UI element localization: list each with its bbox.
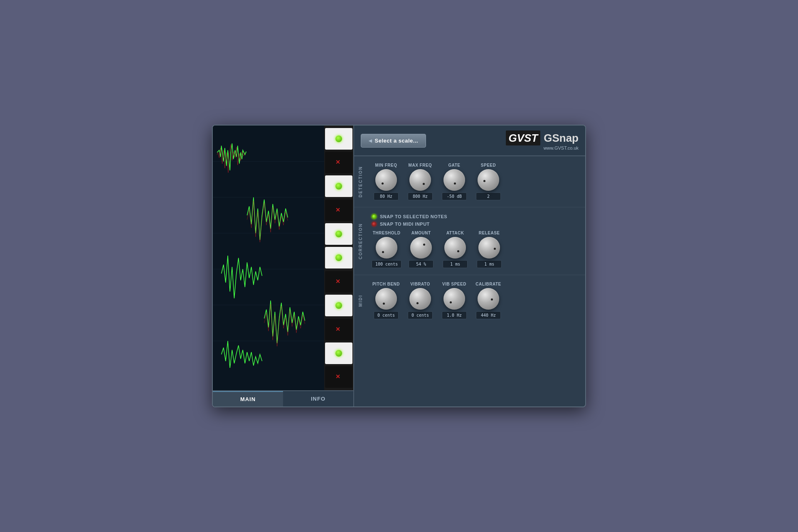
snap-options: Snap to selected notes Snap to midi inpu… bbox=[372, 214, 580, 227]
piano-key-5[interactable] bbox=[325, 247, 352, 268]
midi-section: Midi Pitch Bend 0 cents Vibr bbox=[354, 275, 585, 326]
key-led-6: ✕ bbox=[335, 278, 342, 285]
key-led-3: ✕ bbox=[335, 207, 342, 214]
right-panel: Select a scale... GVST GSnap www.GVST.co… bbox=[354, 126, 585, 406]
detection-content: Min Freq 80 Hz Max Freq bbox=[367, 160, 585, 203]
min-freq-value: 80 Hz bbox=[374, 192, 399, 200]
key-led-4 bbox=[335, 231, 342, 237]
key-led-2 bbox=[335, 183, 342, 190]
piano-key-6[interactable]: ✕ bbox=[325, 271, 352, 293]
tab-info[interactable]: Info bbox=[283, 391, 353, 406]
plugin-body: ✕ ✕ ✕ bbox=[213, 126, 585, 406]
piano-key-7[interactable] bbox=[325, 295, 352, 316]
piano-key-8[interactable]: ✕ bbox=[325, 319, 352, 340]
snap-midi-text: Snap to midi input bbox=[380, 222, 430, 227]
min-freq-label: Min Freq bbox=[375, 163, 397, 167]
knob-group-threshold: Threshold 100 cents bbox=[372, 231, 401, 268]
release-value: 1 ms bbox=[477, 260, 502, 268]
correction-content: Snap to selected notes Snap to midi inpu… bbox=[367, 212, 585, 271]
attack-value: 1 ms bbox=[443, 260, 468, 268]
gate-value: -50 dB bbox=[442, 192, 467, 200]
threshold-knob[interactable] bbox=[376, 237, 397, 259]
correction-label: Correction bbox=[354, 212, 367, 271]
release-knob[interactable] bbox=[478, 237, 500, 259]
max-freq-dot bbox=[423, 183, 425, 185]
gsnap-text: GSnap bbox=[544, 132, 579, 145]
release-dot bbox=[494, 248, 496, 250]
waveform-display bbox=[213, 126, 324, 390]
calibrate-dot bbox=[491, 298, 493, 300]
key-led-7 bbox=[335, 302, 342, 309]
waveform-area: ✕ ✕ ✕ bbox=[213, 126, 353, 390]
vibrato-knob[interactable] bbox=[409, 288, 431, 310]
max-freq-value: 800 Hz bbox=[408, 192, 433, 200]
snap-selected-led bbox=[372, 214, 377, 219]
amount-knob[interactable] bbox=[410, 237, 432, 259]
detection-section: Detection Min Freq 80 Hz Max bbox=[354, 156, 585, 207]
attack-knob[interactable] bbox=[444, 237, 466, 259]
calibrate-label: Calibrate bbox=[475, 282, 501, 286]
knob-group-min-freq: Min Freq 80 Hz bbox=[372, 163, 401, 200]
piano-key-1[interactable]: ✕ bbox=[325, 152, 352, 173]
key-led-10: ✕ bbox=[335, 374, 342, 380]
tabs-row: Main Info bbox=[213, 390, 353, 406]
min-freq-knob[interactable] bbox=[375, 169, 397, 191]
piano-key-4[interactable] bbox=[325, 223, 352, 245]
vib-speed-value: 1.0 Hz bbox=[442, 311, 467, 319]
gate-knob[interactable] bbox=[443, 169, 465, 191]
max-freq-label: Max Freq bbox=[409, 163, 432, 167]
speed-label: Speed bbox=[481, 163, 496, 167]
release-label: Release bbox=[479, 231, 500, 235]
plugin-window: ✕ ✕ ✕ bbox=[212, 125, 586, 407]
knob-group-max-freq: Max Freq 800 Hz bbox=[406, 163, 435, 200]
detection-knobs-row: Min Freq 80 Hz Max Freq bbox=[372, 163, 580, 200]
threshold-label: Threshold bbox=[373, 231, 401, 235]
piano-key-9[interactable] bbox=[325, 342, 352, 364]
snap-midi-led bbox=[372, 222, 377, 227]
gate-dot bbox=[454, 182, 456, 185]
key-led-1: ✕ bbox=[335, 159, 342, 166]
knob-group-amount: Amount 54 % bbox=[406, 231, 436, 268]
left-panel: ✕ ✕ ✕ bbox=[213, 126, 354, 406]
vibrato-value: 0 cents bbox=[408, 311, 433, 319]
piano-keys: ✕ ✕ ✕ bbox=[324, 126, 353, 390]
piano-key-10[interactable]: ✕ bbox=[325, 366, 352, 388]
vib-speed-label: Vib Speed bbox=[442, 282, 466, 286]
correction-knobs-row: Threshold 100 cents Amount bbox=[372, 231, 580, 268]
midi-content: Pitch Bend 0 cents Vibrato bbox=[367, 279, 585, 322]
midi-knobs-row: Pitch Bend 0 cents Vibrato bbox=[372, 282, 580, 319]
key-led-5 bbox=[335, 254, 342, 261]
tab-main[interactable]: Main bbox=[213, 391, 283, 406]
sections-area: Detection Min Freq 80 Hz Max bbox=[354, 156, 585, 406]
snap-midi-row[interactable]: Snap to midi input bbox=[372, 222, 580, 227]
snap-selected-row[interactable]: Snap to selected notes bbox=[372, 214, 580, 219]
vib-speed-dot bbox=[450, 301, 452, 303]
knob-group-pitch-bend: Pitch Bend 0 cents bbox=[372, 282, 401, 319]
snap-selected-text: Snap to selected notes bbox=[380, 214, 447, 219]
knob-group-vib-speed: Vib Speed 1.0 Hz bbox=[440, 282, 469, 319]
pitch-bend-knob[interactable] bbox=[375, 288, 397, 310]
vibrato-dot bbox=[416, 302, 419, 304]
piano-key-3[interactable]: ✕ bbox=[325, 200, 352, 221]
vibrato-label: Vibrato bbox=[410, 282, 430, 286]
piano-key-2[interactable] bbox=[325, 175, 352, 197]
threshold-dot bbox=[382, 251, 384, 253]
piano-key-0[interactable] bbox=[325, 128, 352, 150]
logo-website: www.GVST.co.uk bbox=[506, 145, 579, 150]
key-led-9 bbox=[335, 350, 342, 357]
calibrate-value: 440 Hz bbox=[476, 311, 501, 319]
select-scale-button[interactable]: Select a scale... bbox=[361, 134, 426, 148]
correction-section: Correction Snap to selected notes Snap t… bbox=[354, 207, 585, 275]
speed-knob[interactable] bbox=[478, 169, 499, 191]
knob-group-speed: Speed 2 bbox=[474, 163, 503, 200]
gvst-box: GVST bbox=[506, 131, 540, 145]
calibrate-knob[interactable] bbox=[478, 288, 499, 310]
midi-label: Midi bbox=[354, 279, 367, 322]
logo-gvst: GVST GSnap bbox=[506, 131, 579, 145]
knob-group-vibrato: Vibrato 0 cents bbox=[406, 282, 435, 319]
vib-speed-knob[interactable] bbox=[443, 288, 465, 310]
key-led-8: ✕ bbox=[335, 326, 342, 333]
max-freq-knob[interactable] bbox=[409, 169, 431, 191]
knob-group-gate: Gate -50 dB bbox=[440, 163, 469, 200]
pitch-bend-label: Pitch Bend bbox=[372, 282, 400, 286]
